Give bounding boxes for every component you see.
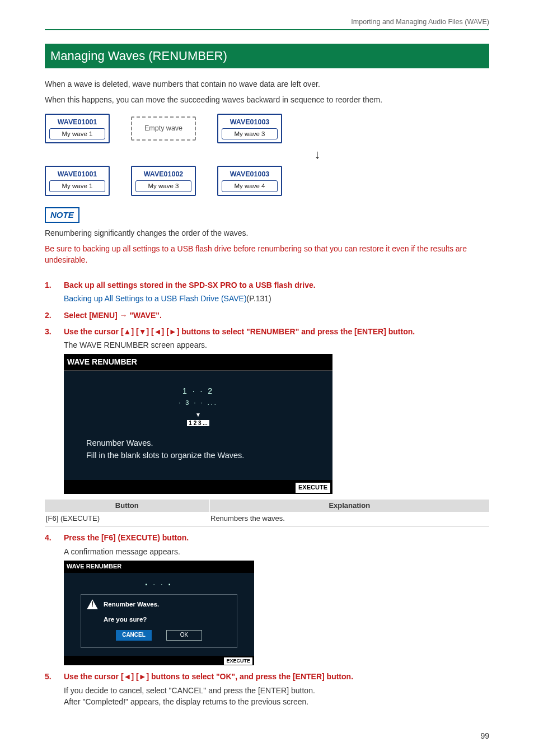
note-warning: Be sure to backing up all settings to a … <box>45 243 489 266</box>
screen-title: WAVE RENUMBER <box>64 354 332 370</box>
wave-box: WAVE01001 My wave 1 <box>45 166 110 196</box>
wave-box: WAVE01003 My wave 4 <box>217 166 282 196</box>
execute-button: EXECUTE <box>296 483 330 493</box>
screen-text: Fill in the blank slots to organize the … <box>86 450 310 462</box>
step-body: A confirmation message appears. <box>64 546 489 557</box>
wave-box-empty: Empty wave <box>131 116 196 140</box>
cancel-button: CANCEL <box>116 630 152 641</box>
step-number: 1. <box>45 279 64 291</box>
page-number: 99 <box>480 730 489 741</box>
wave-subname: My wave 1 <box>49 180 105 192</box>
cross-reference-link[interactable]: Backing up All Settings to a USB Flash D… <box>64 294 247 303</box>
lcd-screenshot: WAVE RENUMBER ▪ · · ▪ ! Renumber Waves. … <box>64 561 254 666</box>
warning-icon: ! <box>87 599 98 609</box>
lcd-screenshot: WAVE RENUMBER 1 · · 2 · 3 · · ... ▼ 1 2 … <box>64 354 332 493</box>
wave-box: WAVE01001 My wave 1 <box>45 114 110 144</box>
step-number: 4. <box>45 532 64 543</box>
page-title: Managing Waves (RENUMBER) <box>45 44 489 68</box>
wave-box: WAVE01003 My wave 3 <box>217 114 282 144</box>
ok-button: OK <box>166 630 202 641</box>
screen-icon: 1 · · 2 · 3 · · ... <box>86 385 310 408</box>
wave-subname: My wave 3 <box>135 180 191 192</box>
step-body: The WAVE RENUMBER screen appears. <box>64 339 489 351</box>
page-ref: (P.131) <box>247 294 271 303</box>
table-header: Explanation <box>209 500 489 512</box>
intro-text: When this happens, you can move the succ… <box>45 94 489 105</box>
step-body: After "Completed!" appears, the display … <box>64 696 489 707</box>
step-title: Use the cursor [▲] [▼] [◄] [►] buttons t… <box>64 326 415 337</box>
wave-name: Empty wave <box>132 118 195 139</box>
step-title: Press the [F6] (EXECUTE) button. <box>64 532 189 543</box>
step-number: 5. <box>45 671 64 682</box>
step-title: Back up all settings stored in the SPD-S… <box>64 279 316 291</box>
breadcrumb: Importing and Managing Audio Files (WAVE… <box>45 17 489 27</box>
button-table: Button Explanation [F6] (EXECUTE) Renumb… <box>45 500 489 527</box>
table-cell: Renumbers the waves. <box>209 512 489 526</box>
dialog-text: Renumber Waves. <box>104 599 159 609</box>
screen-title: WAVE RENUMBER <box>64 561 254 573</box>
wave-box: WAVE01002 My wave 3 <box>131 166 196 196</box>
step-title: Use the cursor [◄] [►] buttons to select… <box>64 671 353 682</box>
renumber-diagram: WAVE01001 My wave 1 Empty wave WAVE01003… <box>45 114 489 196</box>
table-cell: [F6] (EXECUTE) <box>45 512 209 526</box>
wave-subname: My wave 4 <box>222 180 278 192</box>
wave-name: WAVE01003 <box>218 115 281 128</box>
screen-text: Renumber Waves. <box>86 437 310 450</box>
confirm-dialog: ! Renumber Waves. Are you sure? CANCEL O… <box>81 594 237 647</box>
step-title: Select [MENU] → "WAVE". <box>64 310 162 321</box>
wave-name: WAVE01003 <box>218 167 281 180</box>
screen-icon: ▪ · · ▪ <box>81 581 237 589</box>
step-number: 2. <box>45 310 64 321</box>
execute-button: EXECUTE <box>224 657 252 665</box>
arrow-down-icon: ↓ <box>146 146 489 164</box>
intro-text: When a wave is deleted, wave numbers tha… <box>45 78 489 90</box>
wave-name: WAVE01001 <box>46 167 109 180</box>
note-text: Renumbering significantly changes the or… <box>45 227 489 239</box>
step-number: 3. <box>45 326 64 337</box>
table-header: Button <box>45 500 209 512</box>
screen-icon: ▼ 1 2 3 ... <box>86 411 310 427</box>
wave-name: WAVE01001 <box>46 115 109 128</box>
step-body: If you decide to cancel, select "CANCEL"… <box>64 685 489 696</box>
wave-subname: My wave 1 <box>49 128 105 140</box>
wave-subname: My wave 3 <box>222 128 278 140</box>
dialog-text: Are you sure? <box>104 614 159 624</box>
divider <box>45 29 489 30</box>
wave-name: WAVE01002 <box>132 167 195 180</box>
note-badge: NOTE <box>45 207 79 223</box>
